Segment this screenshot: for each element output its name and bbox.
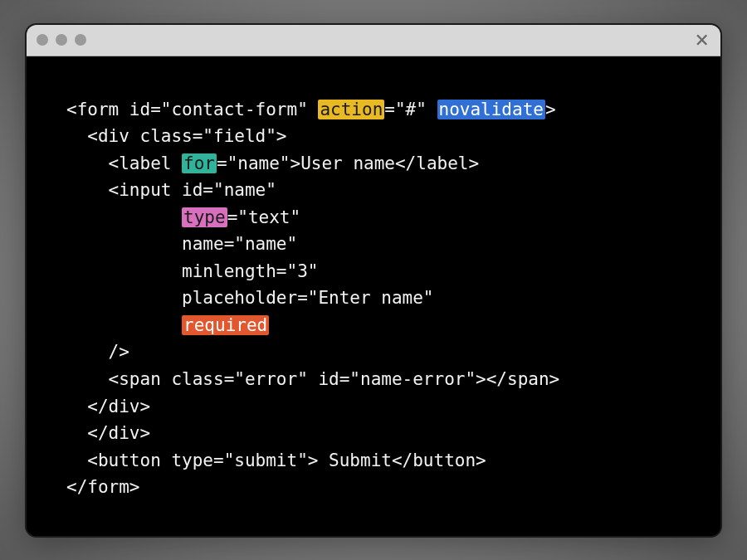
code-text: ="text" [227,207,301,227]
code-text: ="name">User name</label> [217,153,479,173]
traffic-light-close[interactable] [37,34,48,46]
titlebar: × [27,25,720,56]
code-line-1: <form id="contact-form" action="#" noval… [66,100,556,119]
code-line-11: <span class="error" id="name-error"></sp… [66,369,559,389]
traffic-light-minimize[interactable] [56,34,67,46]
code-line-7: minlength="3" [66,261,318,281]
code-line-14: <button type="submit"> Submit</button> [66,450,486,470]
code-line-4: <input id="name" [66,180,276,200]
code-line-6: name="name" [66,234,297,254]
code-line-12: </div> [66,397,150,416]
code-line-5: type="text" [66,207,300,227]
highlight-required: required [182,315,269,335]
code-line-9: required [66,315,269,335]
code-text: > [545,100,556,119]
code-line-3: <label for="name">User name</label> [66,153,479,173]
code-line-15: </form> [66,477,140,497]
code-window: × <form id="contact-form" action="#" nov… [25,23,722,538]
code-text: <label [66,153,182,173]
traffic-lights [37,34,86,46]
code-content: <form id="contact-form" action="#" noval… [27,56,720,536]
code-line-13: </div> [66,423,150,443]
highlight-for: for [182,153,217,173]
highlight-action: action [318,100,384,119]
close-icon[interactable]: × [695,28,709,51]
code-text [66,315,182,335]
code-line-10: /> [66,342,129,362]
code-text: ="#" [384,100,437,119]
highlight-novalidate: novalidate [437,100,545,119]
code-text: <form id="contact-form" [66,100,318,119]
code-line-2: <div class="field"> [66,126,287,146]
code-line-8: placeholder="Enter name" [66,288,434,308]
highlight-type: type [182,207,227,227]
traffic-light-zoom[interactable] [75,34,86,46]
code-text [66,207,182,227]
